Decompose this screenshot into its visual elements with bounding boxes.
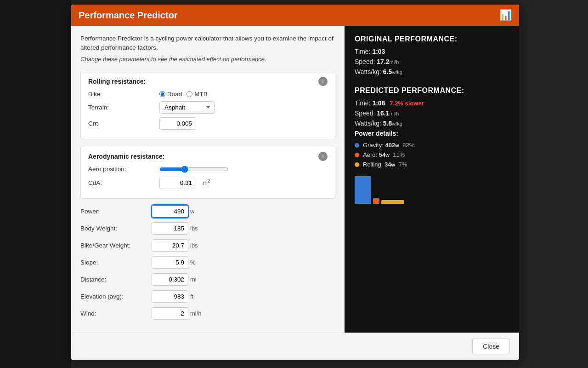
distance-unit: mi [190, 276, 197, 283]
power-details-title: Power details: [355, 130, 509, 137]
description-text: Performance Predictor is a cycling power… [80, 34, 335, 53]
slope-row: Slope: % [80, 256, 335, 269]
original-watts-row: Watts/kg: 6.5w/kg [355, 68, 509, 75]
aero-power-label: Aero: 54w 11% [363, 151, 405, 158]
original-perf-title: Original performance: [355, 35, 509, 43]
cda-input[interactable] [159, 177, 196, 189]
aero-position-label: Aero position: [88, 166, 159, 172]
rolling-section-title: Rolling resistance: [88, 78, 146, 85]
elevation-input[interactable] [152, 290, 188, 303]
rolling-section-header: Rolling resistance: i [88, 77, 328, 86]
left-panel: Performance Predictor is a cycling power… [71, 26, 345, 333]
modal-dialog: Performance Predictor 📊 Performance Pred… [71, 5, 519, 360]
rolling-info-icon[interactable]: i [318, 77, 328, 86]
modal-header: Performance Predictor 📊 [71, 5, 519, 26]
crr-row: Crr: [88, 117, 328, 130]
cda-controls: m2 [159, 177, 210, 189]
original-time-row: Time: 1:03 [355, 48, 509, 55]
body-weight-label: Body Weight: [80, 225, 152, 232]
modal-footer: Close [71, 333, 519, 360]
terrain-row: Terrain: Asphalt Gravel Grass Sand Cobbl… [88, 101, 328, 114]
body-weight-input[interactable] [152, 222, 188, 235]
mtb-label: MTB [194, 91, 208, 98]
mtb-radio[interactable] [187, 91, 192, 97]
mtb-radio-label[interactable]: MTB [187, 91, 208, 98]
gravity-row: Gravity: 402w 82% [355, 142, 509, 149]
rolling-power-row: Rolling: 34w 7% [355, 161, 509, 168]
bike-row: Bike: Road MTB [88, 91, 328, 98]
wind-label: Wind: [80, 310, 152, 317]
aero-power-row: Aero: 54w 11% [355, 151, 509, 158]
predicted-performance-section: Predicted performance: Time: 1:08 7.2% s… [355, 86, 509, 204]
gravity-bar [355, 176, 371, 204]
elevation-unit: ft [190, 293, 193, 300]
predicted-watts-unit: w/kg [392, 121, 402, 126]
crr-label: Crr: [88, 120, 159, 127]
road-label: Road [167, 91, 182, 98]
terrain-label: Terrain: [88, 104, 159, 111]
aero-bar [373, 198, 379, 204]
predicted-perf-title: Predicted performance: [355, 86, 509, 95]
crr-input[interactable] [159, 117, 196, 130]
predicted-time-row: Time: 1:08 7.2% slower [355, 99, 509, 107]
bike-gear-unit: lbs [190, 242, 198, 249]
power-unit: w [190, 208, 194, 215]
distance-label: Distance: [80, 276, 152, 283]
original-performance-section: Original performance: Time: 1:03 Speed: … [355, 35, 509, 75]
road-radio-label[interactable]: Road [159, 91, 182, 98]
bike-gear-row: Bike/Gear Weight: lbs [80, 239, 335, 252]
bike-label: Bike: [88, 91, 159, 98]
gravity-dot [355, 143, 359, 148]
terrain-controls: Asphalt Gravel Grass Sand Cobbles [159, 101, 215, 114]
distance-row: Distance: mi [80, 273, 335, 286]
original-watts-unit: w/kg [392, 69, 402, 75]
power-label: Power: [80, 208, 152, 215]
close-button[interactable]: Close [472, 339, 510, 354]
road-radio[interactable] [159, 91, 165, 97]
aero-info-icon[interactable]: i [318, 152, 328, 161]
modal-body: Performance Predictor is a cycling power… [71, 26, 519, 333]
slope-label: Slope: [80, 259, 152, 266]
rolling-resistance-section: Rolling resistance: i Bike: Road MTB [80, 71, 335, 139]
predicted-watts-row: Watts/kg: 5.8w/kg [355, 120, 509, 127]
aero-dot [355, 153, 359, 157]
aero-section: Aerodynamic resistance: i Aero position:… [80, 146, 335, 199]
original-speed-unit: mi/h [390, 59, 399, 65]
body-weight-row: Body Weight: lbs [80, 222, 335, 235]
slower-badge: 7.2% slower [390, 100, 424, 107]
cda-label: CdA: [88, 179, 159, 186]
predicted-speed-unit: mi/h [390, 111, 399, 116]
right-panel: Original performance: Time: 1:03 Speed: … [345, 26, 519, 333]
bike-gear-input[interactable] [152, 239, 188, 252]
modal-title: Performance Predictor [79, 10, 178, 21]
cda-unit: m2 [203, 178, 210, 186]
aero-section-title: Aerodynamic resistance: [88, 153, 165, 160]
crr-controls [159, 117, 196, 130]
rolling-bar [381, 200, 404, 204]
original-speed-row: Speed: 17.2mi/h [355, 58, 509, 65]
aero-slider-controls [159, 166, 228, 173]
predicted-speed-row: Speed: 16.1mi/h [355, 109, 509, 117]
power-bar-chart [355, 172, 509, 204]
wind-input[interactable] [152, 307, 188, 320]
distance-input[interactable] [152, 273, 188, 286]
body-weight-unit: lbs [190, 225, 198, 232]
instruction-text: Change these parameters to see the estim… [80, 56, 335, 63]
slope-unit: % [190, 259, 196, 266]
aero-section-header: Aerodynamic resistance: i [88, 152, 328, 161]
rolling-dot [355, 162, 359, 167]
elevation-row: Elevation (avg): ft [80, 290, 335, 303]
gravity-label: Gravity: 402w 82% [363, 142, 414, 149]
elevation-label: Elevation (avg): [80, 293, 152, 300]
bike-gear-label: Bike/Gear Weight: [80, 242, 152, 249]
aero-slider[interactable] [159, 166, 228, 173]
aero-position-row: Aero position: [88, 166, 328, 173]
bike-controls: Road MTB [159, 91, 208, 98]
terrain-select[interactable]: Asphalt Gravel Grass Sand Cobbles [159, 101, 215, 114]
slope-input[interactable] [152, 256, 188, 269]
wind-row: Wind: mi/h [80, 307, 335, 320]
chart-icon: 📊 [499, 9, 512, 21]
power-row: Power: w [80, 205, 335, 218]
power-input[interactable] [152, 205, 188, 218]
rolling-power-label: Rolling: 34w 7% [363, 161, 407, 168]
